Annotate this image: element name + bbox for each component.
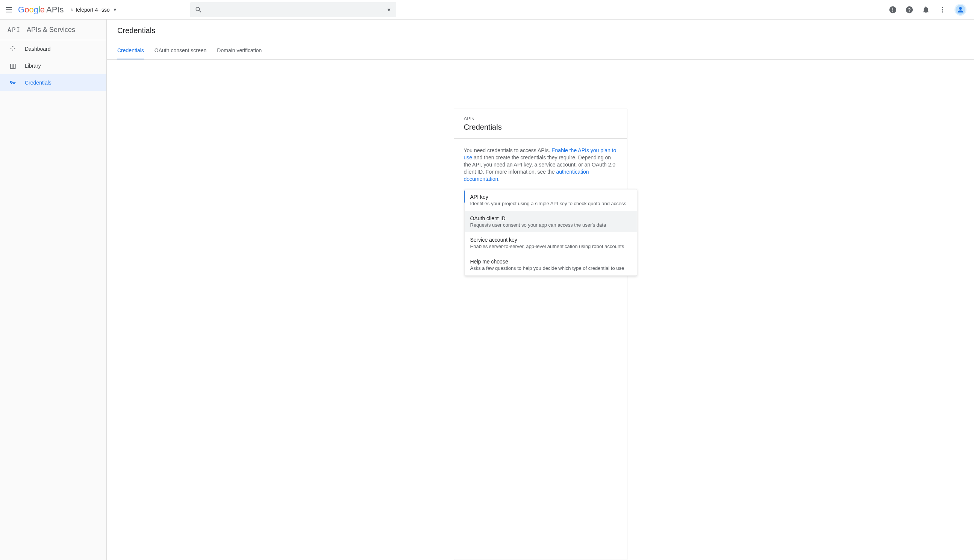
sidebar-item-dashboard[interactable]: Dashboard <box>0 40 107 57</box>
project-picker[interactable]: ⦂ teleport-4--sso ▼ <box>71 7 117 13</box>
search-icon <box>195 6 202 13</box>
tab-domain-verification[interactable]: Domain verification <box>217 42 262 59</box>
tab-oauth-consent[interactable]: OAuth consent screen <box>155 42 207 59</box>
sidebar-item-label: Credentials <box>25 80 52 86</box>
dropdown-item-service-account-key[interactable]: Service account key Enables server-to-se… <box>465 232 637 254</box>
create-credentials-dropdown: API key Identifies your project using a … <box>465 189 637 276</box>
google-apis-logo[interactable]: Google APIs <box>18 5 63 15</box>
card-eyebrow: APIs <box>464 116 617 122</box>
more-icon[interactable] <box>938 5 947 14</box>
sidebar-item-label: Library <box>25 63 41 69</box>
account-avatar[interactable] <box>954 4 966 16</box>
page-title: Credentials <box>117 26 964 35</box>
tab-credentials[interactable]: Credentials <box>117 42 144 59</box>
help-icon[interactable]: ? <box>905 5 914 14</box>
dashboard-icon <box>9 45 17 53</box>
announcement-icon[interactable] <box>888 5 897 14</box>
sidebar-item-credentials[interactable]: Credentials <box>0 74 107 91</box>
apis-suffix: APIs <box>46 5 63 15</box>
sidebar-section-title: APIs & Services <box>27 26 75 34</box>
card-title: Credentials <box>464 123 617 132</box>
api-icon: API <box>8 26 21 33</box>
project-name: teleport-4--sso <box>75 7 109 13</box>
svg-text:?: ? <box>908 7 911 12</box>
card-description: You need credentials to access APIs. Ena… <box>464 147 617 182</box>
sidebar-item-library[interactable]: Library <box>0 57 107 74</box>
chevron-down-icon: ▼ <box>113 7 117 12</box>
dropdown-item-oauth-client-id[interactable]: OAuth client ID Requests user consent so… <box>465 211 637 232</box>
sidebar-section-header[interactable]: API APIs & Services <box>0 20 107 40</box>
chevron-down-icon: ▼ <box>387 7 392 13</box>
svg-rect-2 <box>892 11 893 12</box>
dropdown-item-help-me-choose[interactable]: Help me choose Asks a few questions to h… <box>465 254 637 275</box>
svg-point-8 <box>959 7 962 9</box>
svg-rect-1 <box>892 8 893 10</box>
svg-point-6 <box>942 9 943 10</box>
credentials-card: APIs Credentials You need credentials to… <box>454 108 627 560</box>
dropdown-item-api-key[interactable]: API key Identifies your project using a … <box>465 189 637 211</box>
notifications-icon[interactable] <box>921 5 931 14</box>
sidebar-item-label: Dashboard <box>25 46 51 52</box>
project-icon: ⦂ <box>71 7 73 13</box>
key-icon <box>9 79 17 87</box>
svg-point-5 <box>942 7 943 8</box>
menu-button[interactable] <box>5 5 13 14</box>
search-input[interactable]: ▼ <box>190 2 396 17</box>
google-logo: Google <box>18 5 45 15</box>
library-icon <box>9 62 17 70</box>
svg-point-7 <box>942 11 943 12</box>
